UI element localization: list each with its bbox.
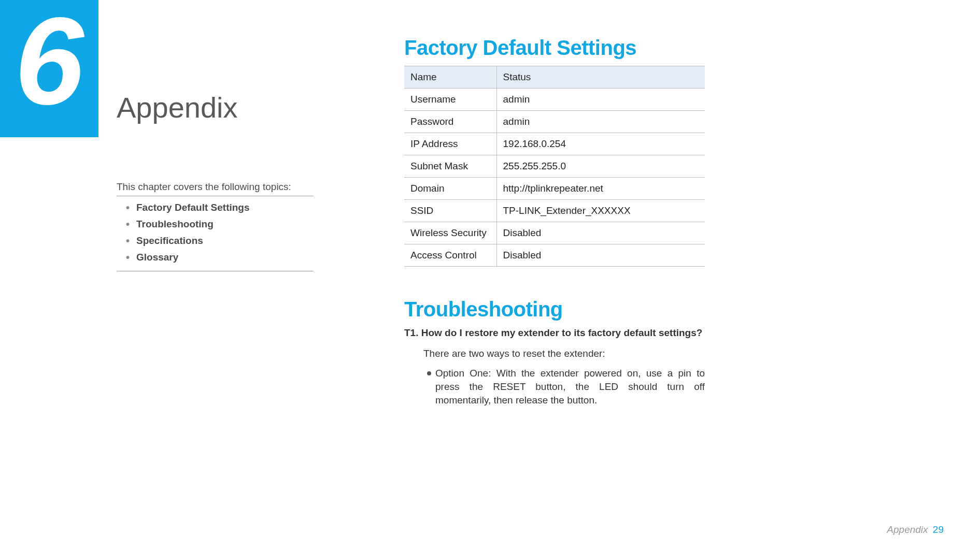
topics-intro: This chapter covers the following topics… xyxy=(117,181,314,196)
footer-section: Appendix xyxy=(887,524,928,535)
cell-status: admin xyxy=(496,111,705,133)
topic-item: Specifications xyxy=(117,233,314,249)
table-header-row: Name Status xyxy=(404,66,705,89)
options-list: Option One: With the extender powered on… xyxy=(404,367,705,408)
cell-status: 192.168.0.254 xyxy=(496,133,705,155)
table-row: IP Address192.168.0.254 xyxy=(404,133,705,155)
topics-section: This chapter covers the following topics… xyxy=(117,181,314,271)
topics-list: Factory Default Settings Troubleshooting… xyxy=(117,196,314,271)
table-row: Access ControlDisabled xyxy=(404,244,705,267)
topic-item: Glossary xyxy=(117,249,314,266)
cell-name: Access Control xyxy=(404,244,496,267)
question-intro: There are two ways to reset the extender… xyxy=(423,348,705,359)
cell-name: SSID xyxy=(404,200,496,222)
table-row: Domainhttp://tplinkrepeater.net xyxy=(404,178,705,200)
factory-settings-table: Name Status Usernameadmin Passwordadmin … xyxy=(404,66,705,267)
cell-name: Subnet Mask xyxy=(404,155,496,178)
table-row: Usernameadmin xyxy=(404,89,705,111)
cell-status: 255.255.255.0 xyxy=(496,155,705,178)
factory-defaults-section: Factory Default Settings Name Status Use… xyxy=(404,36,705,267)
page-footer: Appendix 29 xyxy=(887,524,944,535)
table-row: Wireless SecurityDisabled xyxy=(404,222,705,244)
cell-name: IP Address xyxy=(404,133,496,155)
cell-status: Disabled xyxy=(496,244,705,267)
cell-status: Disabled xyxy=(496,222,705,244)
col-status: Status xyxy=(496,66,705,89)
question-title: T1. How do I restore my extender to its … xyxy=(404,327,705,339)
option-item: Option One: With the extender powered on… xyxy=(404,367,705,408)
topic-item: Factory Default Settings xyxy=(117,199,314,216)
table-row: Passwordadmin xyxy=(404,111,705,133)
topic-item: Troubleshooting xyxy=(117,216,314,233)
cell-name: Domain xyxy=(404,178,496,200)
cell-name: Wireless Security xyxy=(404,222,496,244)
section-heading-troubleshooting: Troubleshooting xyxy=(404,298,705,321)
cell-name: Password xyxy=(404,111,496,133)
footer-page-number: 29 xyxy=(933,524,944,535)
table-row: Subnet Mask255.255.255.0 xyxy=(404,155,705,178)
troubleshooting-section: Troubleshooting T1. How do I restore my … xyxy=(404,298,705,408)
cell-status: http://tplinkrepeater.net xyxy=(496,178,705,200)
col-name: Name xyxy=(404,66,496,89)
cell-status: TP-LINK_Extender_XXXXXX xyxy=(496,200,705,222)
cell-name: Username xyxy=(404,89,496,111)
chapter-number-badge: 6 xyxy=(0,0,98,137)
cell-status: admin xyxy=(496,89,705,111)
table-row: SSIDTP-LINK_Extender_XXXXXX xyxy=(404,200,705,222)
section-heading-factory: Factory Default Settings xyxy=(404,36,705,60)
chapter-title: Appendix xyxy=(117,91,238,124)
